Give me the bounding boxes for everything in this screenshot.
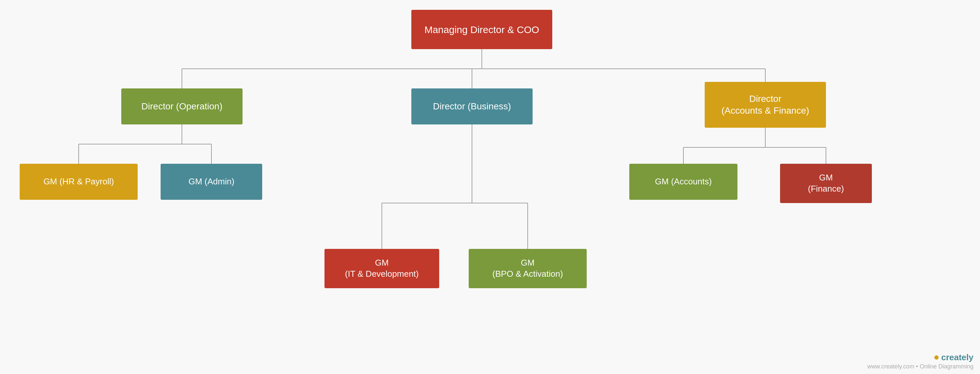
org-chart: Managing Director & COO Director (Operat… [0,0,980,360]
node-gm-bpo: GM(BPO & Activation) [469,249,587,288]
node-director-operation: Director (Operation) [121,89,243,124]
node-gm-admin: GM (Admin) [161,164,262,200]
node-managing-director: Managing Director & COO [411,10,552,49]
node-director-finance: Director(Accounts & Finance) [705,82,826,128]
node-gm-it: GM(IT & Development) [325,249,439,288]
node-gm-finance: GM(Finance) [780,164,872,203]
node-gm-hr: GM (HR & Payroll) [20,164,138,200]
node-director-business: Director (Business) [411,89,533,124]
watermark: ● creately www.creately.com • Online Dia… [867,352,974,370]
node-gm-accounts: GM (Accounts) [629,164,737,200]
